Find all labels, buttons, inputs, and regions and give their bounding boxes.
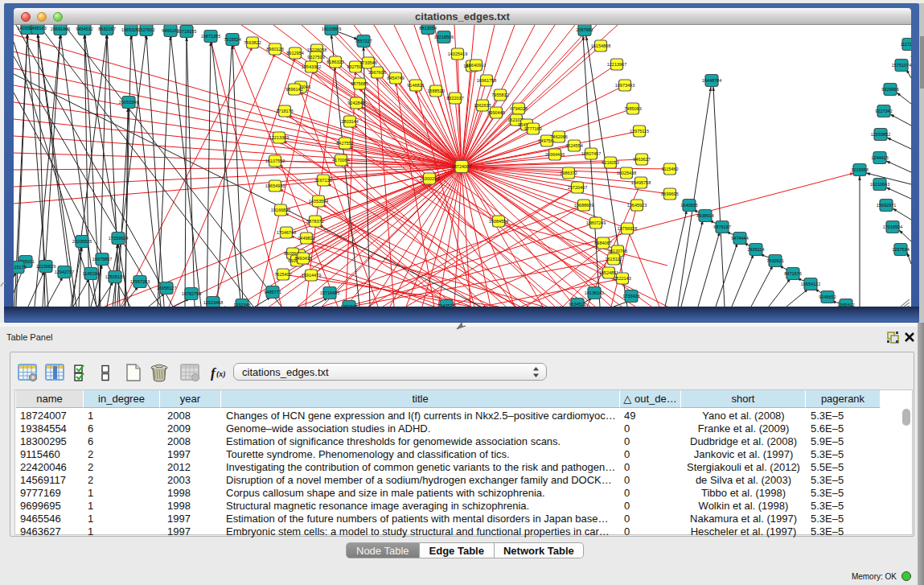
- svg-text:1527602: 1527602: [138, 27, 154, 32]
- svg-text:16975857: 16975857: [92, 257, 112, 262]
- svg-text:8322037: 8322037: [446, 96, 463, 101]
- svg-text:7857227: 7857227: [355, 39, 372, 43]
- svg-text:4170064: 4170064: [332, 158, 349, 163]
- svg-text:15716485: 15716485: [320, 290, 339, 295]
- svg-text:8186323: 8186323: [326, 60, 343, 64]
- svg-text:12156829: 12156829: [36, 264, 55, 269]
- svg-text:12505135: 12505135: [105, 274, 125, 279]
- svg-text:10807457: 10807457: [581, 151, 601, 156]
- svg-text:6216053: 6216053: [602, 160, 618, 165]
- svg-text:13524851: 13524851: [599, 270, 618, 275]
- svg-text:9329966: 9329966: [881, 87, 898, 92]
- svg-text:16120746: 16120746: [608, 249, 627, 253]
- svg-text:19756928: 19756928: [618, 226, 637, 231]
- svg-text:8493411: 8493411: [294, 256, 311, 261]
- svg-text:10654122: 10654122: [801, 282, 820, 286]
- svg-text:12093852: 12093852: [871, 132, 890, 137]
- svg-text:3624554: 3624554: [565, 143, 582, 148]
- svg-text:16961758: 16961758: [477, 78, 496, 83]
- svg-text:12942737: 12942737: [55, 270, 74, 274]
- svg-text:2087682: 2087682: [576, 27, 593, 32]
- svg-text:16640910: 16640910: [466, 63, 486, 68]
- svg-text:18807249: 18807249: [586, 220, 606, 225]
- svg-text:1449822: 1449822: [298, 236, 314, 241]
- svg-text:13645923: 13645923: [627, 203, 647, 208]
- svg-text:9327509: 9327509: [307, 55, 324, 60]
- svg-text:7663822: 7663822: [244, 40, 261, 45]
- svg-text:19166825: 19166825: [271, 208, 290, 212]
- svg-text:13495758: 13495758: [631, 180, 651, 185]
- svg-text:1615112: 1615112: [605, 257, 622, 262]
- svg-text:1588520: 1588520: [427, 89, 444, 93]
- svg-text:9454532: 9454532: [76, 27, 92, 31]
- svg-text:6879197: 6879197: [713, 225, 730, 229]
- svg-text:8632157: 8632157: [98, 27, 115, 31]
- svg-text:20206535: 20206535: [72, 239, 92, 244]
- svg-text:12975115: 12975115: [630, 129, 649, 134]
- svg-text:12213967: 12213967: [607, 62, 626, 67]
- svg-text:10973493: 10973493: [615, 83, 634, 88]
- svg-text:14325419: 14325419: [448, 51, 467, 56]
- svg-text:2935114: 2935114: [747, 247, 764, 252]
- svg-text:8471676: 8471676: [784, 271, 801, 276]
- svg-text:16448784: 16448784: [702, 78, 721, 83]
- svg-text:1267534: 1267534: [892, 247, 909, 252]
- svg-text:10719155: 10719155: [177, 29, 196, 34]
- svg-text:1640935: 1640935: [680, 203, 697, 208]
- svg-text:8938914: 8938914: [696, 213, 713, 218]
- svg-text:14136141: 14136141: [585, 290, 604, 295]
- svg-text:9634521: 9634521: [569, 302, 585, 307]
- svg-text:9463627: 9463627: [633, 157, 650, 162]
- svg-text:7955812: 7955812: [491, 93, 508, 97]
- svg-text:8990448: 8990448: [487, 110, 504, 115]
- svg-text:19654933: 19654933: [265, 183, 285, 188]
- svg-text:8912954: 8912954: [286, 51, 303, 56]
- svg-text:16107552: 16107552: [265, 159, 285, 163]
- svg-text:7515524: 7515524: [224, 37, 240, 42]
- svg-text:7485063: 7485063: [624, 106, 641, 111]
- svg-text:1468163: 1468163: [29, 26, 46, 31]
- svg-text:6794028: 6794028: [510, 106, 527, 111]
- svg-text:16210643: 16210643: [870, 182, 889, 187]
- svg-text:12213389: 12213389: [269, 135, 289, 140]
- svg-text:2986372: 2986372: [560, 171, 577, 175]
- svg-text:1244415: 1244415: [871, 155, 888, 160]
- svg-text:1117254: 1117254: [901, 42, 911, 47]
- svg-text:8813054: 8813054: [419, 26, 436, 31]
- svg-text:8984067: 8984067: [594, 241, 611, 245]
- svg-text:12923468: 12923468: [203, 300, 223, 305]
- svg-text:17957283: 17957283: [130, 279, 150, 284]
- svg-text:10025438: 10025438: [617, 171, 636, 175]
- svg-text:1065412: 1065412: [837, 303, 854, 307]
- svg-text:9115460: 9115460: [661, 167, 678, 171]
- svg-text:15720407: 15720407: [568, 185, 587, 190]
- svg-text:19384554: 19384554: [489, 219, 508, 224]
- svg-text:9146821: 9146821: [407, 83, 424, 88]
- svg-text:2803144: 2803144: [341, 119, 358, 124]
- svg-text:9733546: 9733546: [359, 60, 376, 65]
- svg-text:20691406: 20691406: [51, 27, 70, 31]
- svg-text:20053346: 20053346: [119, 100, 138, 105]
- svg-text:25300293: 25300293: [420, 176, 439, 181]
- svg-text:1292346: 1292346: [233, 303, 250, 307]
- svg-text:3267130: 3267130: [314, 178, 331, 183]
- svg-text:17016504: 17016504: [883, 225, 902, 229]
- svg-text:15751074: 15751074: [892, 63, 911, 68]
- svg-text:7943521: 7943521: [437, 303, 454, 307]
- svg-text:8427552: 8427552: [336, 141, 353, 146]
- svg-text:15692971: 15692971: [877, 203, 896, 208]
- svg-text:1733426: 1733426: [622, 294, 639, 299]
- svg-text:5875685: 5875685: [351, 81, 368, 86]
- svg-text:(x): (x): [216, 369, 226, 379]
- svg-text:18724007: 18724007: [452, 164, 471, 169]
- svg-text:1292345: 1292345: [340, 304, 357, 307]
- svg-text:10543382: 10543382: [302, 64, 321, 69]
- svg-text:7625402: 7625402: [274, 272, 291, 277]
- svg-text:16033809: 16033809: [322, 27, 341, 31]
- svg-text:9896142: 9896142: [285, 87, 302, 92]
- svg-text:2522143: 2522143: [614, 276, 630, 281]
- svg-text:9245652: 9245652: [819, 295, 836, 299]
- svg-text:7462066: 7462066: [550, 134, 567, 139]
- svg-text:20364436: 20364436: [545, 152, 565, 157]
- svg-text:1362635: 1362635: [474, 103, 491, 108]
